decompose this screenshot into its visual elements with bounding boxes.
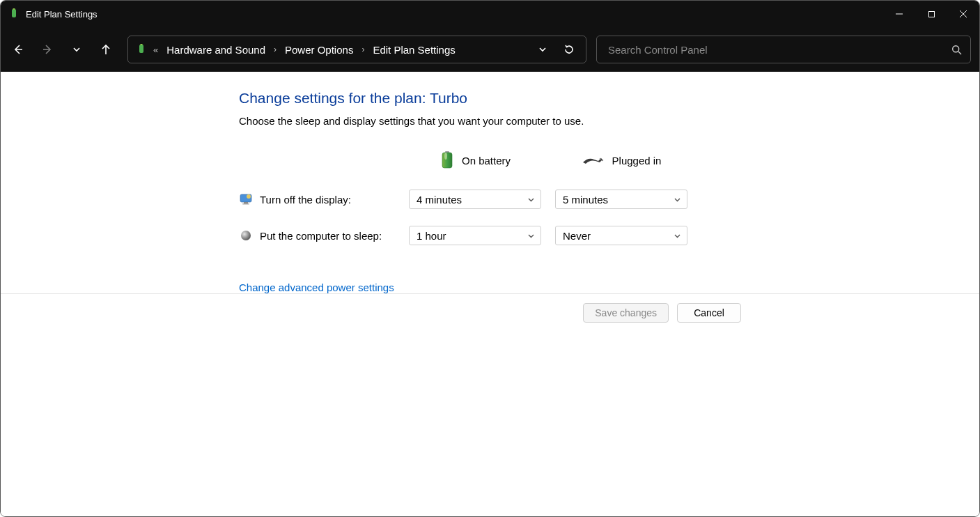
svg-point-17 [601, 160, 602, 161]
svg-point-21 [247, 194, 251, 199]
column-header-plugged: Plugged in [555, 139, 687, 181]
address-dropdown-button[interactable] [530, 37, 555, 62]
breadcrumb-item[interactable]: Edit Plan Settings [370, 43, 458, 57]
display-plugged-combo[interactable]: 5 minutes [555, 190, 687, 209]
column-label: On battery [462, 155, 511, 167]
button-label: Save changes [595, 307, 657, 318]
close-button[interactable] [947, 1, 979, 27]
chevron-right-icon: › [360, 45, 366, 54]
window-controls [883, 1, 979, 27]
maximize-button[interactable] [915, 1, 947, 27]
svg-rect-20 [242, 203, 249, 205]
row-sleep-label: Put the computer to sleep: [239, 217, 395, 254]
page-description: Choose the sleep and display settings th… [239, 115, 979, 127]
footer: Save changes Cancel [1, 293, 979, 331]
svg-point-16 [599, 158, 600, 160]
chevron-down-icon [674, 232, 681, 240]
battery-icon [440, 151, 455, 170]
refresh-button[interactable] [557, 37, 582, 62]
power-plan-icon [8, 8, 20, 20]
plug-icon [582, 153, 605, 168]
sleep-plugged-combo[interactable]: Never [555, 226, 687, 245]
button-label: Cancel [694, 307, 724, 318]
advanced-power-settings-link[interactable]: Change advanced power settings [239, 281, 394, 293]
search-box[interactable] [596, 36, 971, 63]
window: Edit Plan Settings [0, 0, 980, 517]
row-label-text: Put the computer to sleep: [260, 230, 382, 242]
search-icon [949, 43, 963, 56]
navbar: « Hardware and Sound › Power Options › E… [1, 27, 979, 72]
combo-value: 5 minutes [563, 194, 608, 206]
monitor-icon [239, 192, 253, 206]
window-title: Edit Plan Settings [26, 9, 98, 20]
save-changes-button[interactable]: Save changes [583, 303, 669, 323]
back-button[interactable] [5, 36, 31, 63]
svg-point-15 [444, 153, 447, 160]
row-label-text: Turn off the display: [260, 194, 351, 206]
content-area: Change settings for the plan: Turbo Choo… [1, 72, 979, 516]
settings-panel: Change settings for the plan: Turbo Choo… [1, 72, 979, 293]
display-battery-combo[interactable]: 4 minutes [409, 190, 541, 209]
svg-rect-9 [139, 45, 143, 53]
sleep-battery-combo[interactable]: 1 hour [409, 226, 541, 245]
column-header-battery: On battery [409, 139, 541, 181]
chevron-down-icon [527, 196, 535, 203]
page-heading: Change settings for the plan: Turbo [239, 90, 979, 107]
svg-rect-3 [928, 11, 934, 17]
chevron-down-icon [674, 196, 681, 203]
svg-rect-19 [244, 202, 248, 203]
row-display-label: Turn off the display: [239, 181, 395, 217]
up-button[interactable] [93, 36, 119, 63]
combo-value: Never [563, 230, 591, 242]
minimize-button[interactable] [883, 1, 915, 27]
blank-area [1, 331, 979, 516]
moon-icon [239, 229, 253, 242]
address-bar[interactable]: « Hardware and Sound › Power Options › E… [127, 36, 586, 63]
svg-rect-0 [12, 9, 16, 17]
cancel-button[interactable]: Cancel [677, 303, 741, 323]
svg-rect-10 [141, 44, 143, 45]
titlebar: Edit Plan Settings [1, 1, 979, 27]
settings-table: On battery Plugged in [239, 139, 979, 254]
chevron-down-icon [527, 232, 535, 240]
breadcrumb-item[interactable]: Hardware and Sound [164, 43, 268, 57]
chevron-right-icon: › [272, 45, 278, 54]
svg-rect-14 [442, 153, 452, 168]
svg-rect-1 [13, 8, 15, 10]
power-plan-icon [135, 43, 148, 56]
recent-locations-button[interactable] [63, 36, 90, 63]
forward-button[interactable] [34, 36, 61, 63]
breadcrumb-overflow-icon[interactable]: « [152, 45, 160, 55]
column-label: Plugged in [612, 155, 662, 167]
svg-line-12 [958, 52, 961, 54]
combo-value: 4 minutes [417, 194, 462, 206]
search-input[interactable] [607, 43, 949, 56]
svg-point-11 [952, 45, 958, 52]
combo-value: 1 hour [417, 230, 446, 242]
svg-point-22 [241, 231, 251, 240]
breadcrumb-item[interactable]: Power Options [282, 43, 356, 57]
